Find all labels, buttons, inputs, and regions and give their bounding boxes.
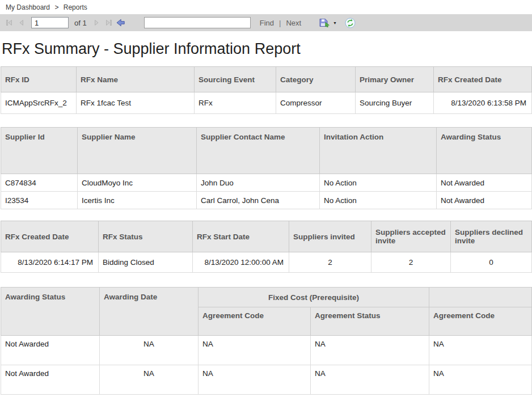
last-page-icon	[104, 18, 113, 27]
column-header: Suppliers invited	[289, 221, 371, 252]
column-header: Awarding Status	[437, 128, 532, 174]
column-header: RFx Name	[77, 67, 195, 92]
column-header: Agreement Code	[199, 307, 311, 336]
table-cell: C874834	[1, 174, 78, 192]
header-row: Supplier Id Supplier Name Supplier Conta…	[1, 128, 532, 174]
breadcrumb-item-my-dashboard[interactable]: My Dashboard	[6, 3, 50, 11]
column-header: RFx Created Date	[434, 67, 532, 92]
breadcrumb-separator: >	[54, 3, 58, 11]
table-cell: No Action	[320, 174, 437, 192]
table-cell: I23534	[1, 192, 78, 209]
table-row: Not Awarded NA NA NA NA	[1, 365, 532, 395]
previous-page-icon	[16, 18, 26, 27]
table-cell: John Duo	[197, 174, 320, 192]
table-row: 8/13/2020 6:14:17 PM Bidding Closed 8/13…	[1, 252, 532, 273]
table-cell: CloudMoyo Inc	[78, 174, 197, 192]
table-cell: 0	[451, 252, 532, 273]
group-header-empty	[429, 288, 532, 307]
first-page-icon	[5, 18, 14, 27]
table-cell: NA	[429, 336, 532, 365]
table-row: ICMAppSrcRFx_2 RFx 1fcac Test RFx Compre…	[1, 92, 532, 114]
header-row: RFx ID RFx Name Sourcing Event Category …	[1, 67, 532, 92]
column-header: Agreement Status	[311, 307, 429, 336]
breadcrumb: My Dashboard > Reports	[0, 0, 532, 14]
last-page-button[interactable]	[104, 17, 113, 28]
column-header: Sourcing Event	[195, 67, 276, 92]
table-cell: Carl Carrol, John Cena	[197, 192, 320, 209]
column-header: Suppliers accepted invite	[371, 221, 451, 252]
table-cell: 8/13/2020 6:13:58 PM	[434, 92, 532, 114]
column-header: Awarding Date	[100, 288, 199, 336]
column-header: Invitation Action	[320, 128, 437, 174]
table-cell: 2	[289, 252, 371, 273]
refresh-icon	[345, 18, 356, 28]
table-row: I23534 Icertis Inc Carl Carrol, John Cen…	[1, 192, 532, 209]
table-cell: 2	[371, 252, 451, 273]
column-header: RFx Status	[99, 221, 193, 252]
next-page-button[interactable]	[92, 17, 102, 28]
rfx-info-table: RFx ID RFx Name Sourcing Event Category …	[1, 66, 532, 114]
table-cell: 8/13/2020 12:00:00 AM	[193, 252, 289, 273]
column-header: RFx Created Date	[1, 221, 99, 252]
export-button[interactable]: ▼	[319, 18, 337, 28]
table-cell: Not Awarded	[1, 336, 100, 365]
table-cell: Sourcing Buyer	[356, 92, 434, 114]
report-toolbar: of 1 Find | Next	[0, 14, 532, 31]
column-header: Supplier Id	[1, 128, 78, 174]
export-dropdown-caret-icon[interactable]: ▼	[333, 21, 337, 25]
table-row: Not Awarded NA NA NA NA	[1, 336, 532, 365]
column-header: Supplier Contact Name	[197, 128, 320, 174]
report-viewer-page: My Dashboard > Reports of 1	[0, 0, 532, 395]
table-cell: Not Awarded	[1, 365, 100, 395]
table-cell: Icertis Inc	[78, 192, 197, 209]
back-to-parent-button[interactable]	[116, 17, 125, 28]
column-header: Category	[276, 67, 356, 92]
header-group-row: Awarding Status Awarding Date Fixed Cost…	[1, 288, 532, 307]
column-header: Suppliers declined invite	[451, 221, 532, 252]
group-header-fixed-cost: Fixed Cost (Prerequisite)	[199, 288, 429, 307]
table-cell: RFx	[195, 92, 276, 114]
breadcrumb-item-reports[interactable]: Reports	[64, 3, 87, 11]
next-page-icon	[92, 18, 102, 27]
save-export-icon	[319, 18, 331, 28]
table-cell: 8/13/2020 6:14:17 PM	[1, 252, 99, 273]
table-cell: ICMAppSrcRFx_2	[1, 92, 77, 114]
table-cell: NA	[100, 336, 199, 365]
table-cell: No Action	[320, 192, 437, 209]
find-next-button[interactable]: Next	[286, 19, 301, 27]
column-header: RFx ID	[1, 67, 77, 92]
first-page-button[interactable]	[5, 17, 14, 28]
table-cell: NA	[311, 336, 429, 365]
report-title: RFx Summary - Supplier Information Repor…	[2, 40, 532, 58]
column-header: Primary Owner	[356, 67, 434, 92]
table-cell: NA	[311, 365, 429, 395]
table-cell: Compressor	[276, 92, 356, 114]
column-header: RFx Start Date	[193, 221, 289, 252]
page-count-label: of 1	[74, 19, 87, 27]
find-text-input[interactable]	[144, 17, 251, 28]
rfx-status-table: RFx Created Date RFx Status RFx Start Da…	[1, 221, 532, 273]
table-cell: Not Awarded	[437, 174, 532, 192]
column-header: Awarding Status	[1, 288, 100, 336]
previous-page-button[interactable]	[16, 17, 26, 28]
table-row: C874834 CloudMoyo Inc John Duo No Action…	[1, 174, 532, 192]
column-header: Agreement Code	[429, 307, 532, 336]
table-cell: Bidding Closed	[99, 252, 193, 273]
table-cell: Not Awarded	[437, 192, 532, 209]
page-number-input[interactable]	[31, 17, 69, 28]
table-cell: NA	[199, 336, 311, 365]
table-cell: NA	[199, 365, 311, 395]
find-next-divider: |	[279, 19, 281, 27]
table-cell: NA	[100, 365, 199, 395]
column-header: Supplier Name	[78, 128, 197, 174]
back-arrow-icon	[116, 19, 125, 27]
header-row: RFx Created Date RFx Status RFx Start Da…	[1, 221, 532, 252]
find-button[interactable]: Find	[260, 19, 274, 27]
table-cell: RFx 1fcac Test	[77, 92, 195, 114]
awarding-table: Awarding Status Awarding Date Fixed Cost…	[1, 287, 532, 395]
refresh-button[interactable]	[345, 18, 356, 28]
table-cell: NA	[429, 365, 532, 395]
suppliers-table: Supplier Id Supplier Name Supplier Conta…	[1, 127, 532, 209]
